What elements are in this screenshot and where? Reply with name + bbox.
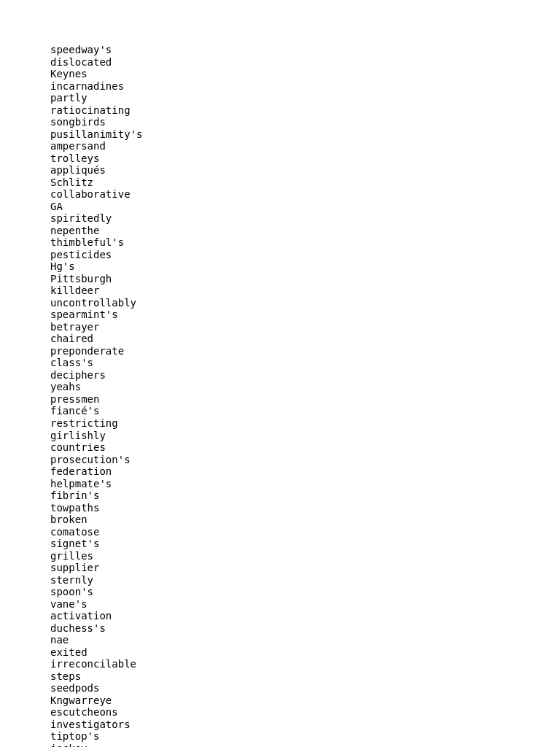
list-item: appliqués	[50, 164, 560, 177]
list-item: ampersand	[50, 140, 560, 152]
list-item: signet's	[50, 538, 560, 550]
list-item: trolleys	[50, 152, 560, 165]
list-item: fiancé's	[50, 405, 560, 417]
list-item: Keynes	[50, 68, 560, 80]
list-item: spoon's	[50, 586, 560, 598]
list-item: pressmen	[50, 393, 560, 406]
list-item: irreconcilable	[50, 658, 560, 670]
list-item: escutcheons	[50, 706, 560, 719]
list-item: Kngwarreye	[50, 694, 560, 707]
list-item: tiptop's	[50, 730, 560, 743]
list-item: thimbleful's	[50, 236, 560, 249]
list-item: countries	[50, 441, 560, 454]
list-item: duchess's	[50, 622, 560, 635]
list-item: preponderate	[50, 345, 560, 357]
list-item: vane's	[50, 598, 560, 611]
list-item: pesticides	[50, 249, 560, 261]
list-item: ratiocinating	[50, 104, 560, 117]
list-item: seedpods	[50, 682, 560, 694]
list-item: jockey	[50, 743, 560, 747]
list-item: pusillanimity's	[50, 128, 560, 141]
list-item: class's	[50, 357, 560, 369]
list-item: towpaths	[50, 502, 560, 514]
list-item: GA	[50, 201, 560, 213]
word-list: speedway'sdislocatedKeynesincarnadinespa…	[50, 44, 560, 747]
list-item: broken	[50, 514, 560, 526]
list-item: chaired	[50, 333, 560, 345]
list-item: prosecution's	[50, 454, 560, 466]
list-item: helpmate's	[50, 478, 560, 490]
list-item: investigators	[50, 719, 560, 731]
list-item: dislocated	[50, 56, 560, 69]
list-item: spiritedly	[50, 212, 560, 225]
list-item: Schlitz	[50, 177, 560, 189]
list-item: uncontrollably	[50, 297, 560, 309]
list-item: supplier	[50, 562, 560, 574]
list-item: comatose	[50, 526, 560, 538]
list-item: restricting	[50, 417, 560, 430]
list-item: yeahs	[50, 381, 560, 393]
list-item: fibrin's	[50, 489, 560, 502]
list-item: exited	[50, 646, 560, 659]
list-item: deciphers	[50, 369, 560, 382]
list-item: nae	[50, 634, 560, 646]
list-item: spearmint's	[50, 309, 560, 321]
list-item: activation	[50, 610, 560, 622]
list-item: killdeer	[50, 285, 560, 297]
list-item: steps	[50, 670, 560, 683]
list-item: grilles	[50, 550, 560, 562]
list-item: nepenthe	[50, 225, 560, 237]
list-item: incarnadines	[50, 80, 560, 93]
list-item: sternly	[50, 574, 560, 587]
list-item: Pittsburgh	[50, 273, 560, 285]
list-item: Hg's	[50, 260, 560, 273]
list-item: songbirds	[50, 116, 560, 128]
list-item: girlishly	[50, 430, 560, 442]
list-item: collaborative	[50, 188, 560, 201]
list-item: speedway's	[50, 44, 560, 56]
list-item: partly	[50, 92, 560, 104]
list-item: betrayer	[50, 321, 560, 333]
list-item: federation	[50, 465, 560, 478]
